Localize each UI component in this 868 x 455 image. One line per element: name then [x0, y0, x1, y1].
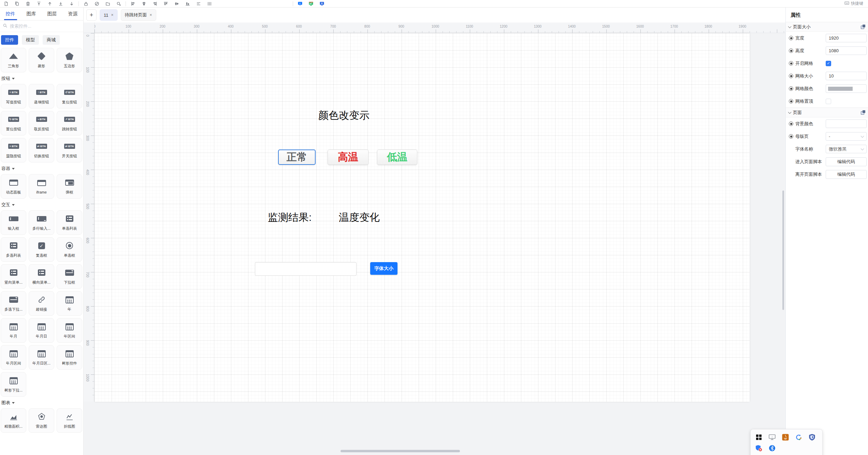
design-page[interactable]: 颜色改变示 正常高温低温 监测结果: 温度变化 字体大小 [95, 33, 750, 402]
canvas-input-box[interactable] [255, 262, 357, 276]
widget-card[interactable]: 年区间 [57, 318, 82, 343]
widget-card[interactable]: 弹框 [57, 174, 82, 199]
vertical-scrollbar-thumb[interactable] [782, 190, 784, 310]
widget-card[interactable]: ✓复选框 [29, 237, 54, 262]
widget-card[interactable]: 年月日区... [29, 345, 54, 370]
widget-card[interactable]: 动态面板 [1, 174, 26, 199]
widget-card[interactable]: 下拉框 [57, 264, 82, 289]
widget-card[interactable]: ↑BTN递增按钮 [29, 84, 54, 109]
edit-code-button[interactable]: 编辑代码 [826, 157, 867, 166]
widget-card[interactable]: 多选列表 [1, 237, 26, 262]
widget-card[interactable]: 五边形 [57, 48, 82, 72]
monitor-tray-icon[interactable] [768, 433, 776, 441]
property-input[interactable] [826, 46, 867, 55]
move-to-top-icon[interactable] [35, 0, 43, 7]
widget-card[interactable]: 横向菜单... [29, 264, 54, 289]
bind-marker-icon[interactable] [789, 74, 793, 78]
folder-group-icon[interactable] [104, 0, 112, 7]
widget-card[interactable]: 超链接 [29, 291, 54, 316]
shortcut-keys-button[interactable]: 快捷键 [844, 1, 863, 6]
widget-card[interactable]: ⇄BTN切换按钮 [29, 138, 54, 162]
move-down-icon[interactable] [68, 0, 75, 7]
widget-card[interactable]: ↗BTN跳转按钮 [57, 111, 82, 136]
property-input[interactable] [826, 119, 867, 128]
add-page-tab-button[interactable]: + [86, 9, 97, 21]
widget-card[interactable]: 树形下拉... [1, 372, 26, 397]
close-tab-icon[interactable]: × [111, 13, 114, 17]
section-options-icon[interactable] [861, 25, 865, 29]
section-options-icon[interactable] [861, 110, 865, 115]
library-chip-2[interactable]: 模型 [22, 35, 39, 45]
defender-blocked-tray-icon[interactable] [755, 444, 763, 452]
widget-section-header[interactable]: 按钮 [1, 75, 82, 82]
widget-card[interactable]: 多选下拉... [1, 291, 26, 316]
hide-icon[interactable] [93, 0, 101, 7]
widget-section-header[interactable]: 交互 [1, 202, 82, 208]
property-select[interactable]: 微软雅黑 [826, 145, 867, 153]
widget-card[interactable]: ↺BTN复位按钮 [57, 84, 82, 109]
align-bottom-icon[interactable] [184, 0, 191, 7]
bind-marker-icon[interactable] [789, 86, 793, 91]
canvas-text-result-value[interactable]: 温度变化 [339, 211, 380, 225]
delete-icon[interactable] [24, 0, 32, 7]
property-checkbox[interactable] [826, 99, 831, 104]
widget-card[interactable]: ⇄BTN开关按钮 [57, 138, 82, 162]
bind-marker-icon[interactable] [789, 61, 793, 66]
left-tab-1[interactable]: 控件 [0, 8, 21, 20]
edit-code-button[interactable]: 编辑代码 [826, 170, 867, 179]
bind-marker-icon[interactable] [789, 36, 793, 40]
bind-marker-icon[interactable] [789, 134, 793, 139]
property-checkbox[interactable]: ✓ [826, 61, 831, 66]
state-button-1[interactable]: 正常 [278, 150, 316, 165]
align-left-icon[interactable] [129, 0, 137, 7]
widget-card[interactable]: 多行输入... [29, 210, 54, 235]
widget-card[interactable]: 单选列表 [57, 210, 82, 235]
widget-card[interactable]: 单选框 [57, 237, 82, 262]
library-chip-3[interactable]: 商城 [43, 35, 60, 45]
distribute-columns-icon[interactable] [205, 0, 213, 7]
widget-card[interactable]: 年月日 [29, 318, 54, 343]
canvas-text-result-label[interactable]: 监测结果: [268, 211, 312, 225]
property-input[interactable] [826, 34, 867, 42]
color-swatch-field[interactable] [826, 84, 867, 93]
move-up-icon[interactable] [46, 0, 54, 7]
property-input[interactable] [826, 72, 867, 80]
widget-card[interactable]: 雷达图 [29, 408, 54, 433]
align-horizontal-center-icon[interactable] [173, 0, 180, 7]
bind-marker-icon[interactable] [789, 122, 793, 126]
package-download-icon[interactable] [318, 0, 326, 7]
widget-card[interactable]: 三角形 [1, 48, 26, 72]
align-vertical-center-icon[interactable] [140, 0, 148, 7]
widget-card[interactable]: ≈BTN显隐按钮 [1, 138, 26, 162]
lock-icon[interactable] [82, 0, 90, 7]
app-tiles-tray-icon[interactable] [755, 433, 763, 441]
shield-tray-icon[interactable] [808, 433, 816, 441]
widget-card[interactable]: 菱形 [29, 48, 54, 72]
copy-doc-icon[interactable] [13, 0, 21, 7]
horizontal-scrollbar-thumb[interactable] [341, 450, 460, 452]
property-section-header[interactable]: 页面大小 [786, 22, 868, 32]
bluetooth-tray-icon[interactable] [768, 444, 776, 452]
widget-card[interactable]: 输入框 [1, 210, 26, 235]
widget-card[interactable]: ↻BTN置位按钮 [1, 111, 26, 136]
page-tab-1[interactable]: 11× [100, 9, 118, 21]
new-doc-icon[interactable] [2, 0, 10, 7]
widget-search-input[interactable]: 搜索控件... [0, 20, 83, 32]
preview-chart-icon[interactable] [307, 0, 315, 7]
widget-section-header[interactable]: 容器 [1, 166, 82, 172]
align-right-icon[interactable] [151, 0, 159, 7]
property-section-header[interactable]: 页面 [786, 108, 868, 117]
canvas-text-title[interactable]: 颜色改变示 [318, 109, 370, 123]
justify-icon[interactable] [194, 0, 202, 7]
widget-card[interactable]: 竖向菜单... [1, 264, 26, 289]
widget-card[interactable]: 折线图 [57, 408, 82, 433]
widget-card[interactable]: ¬BTN取反按钮 [29, 111, 54, 136]
move-to-bottom-icon[interactable] [57, 0, 64, 7]
preview-run-icon[interactable] [296, 0, 304, 7]
widget-card[interactable]: 精致面积... [1, 408, 26, 433]
widget-card[interactable]: ≡BTN写值按钮 [1, 84, 26, 109]
add-group-icon[interactable] [115, 0, 122, 7]
widget-card[interactable]: iframe [29, 174, 54, 199]
widget-card[interactable]: 年月区间 [1, 345, 26, 370]
java-tray-icon[interactable] [782, 433, 789, 441]
